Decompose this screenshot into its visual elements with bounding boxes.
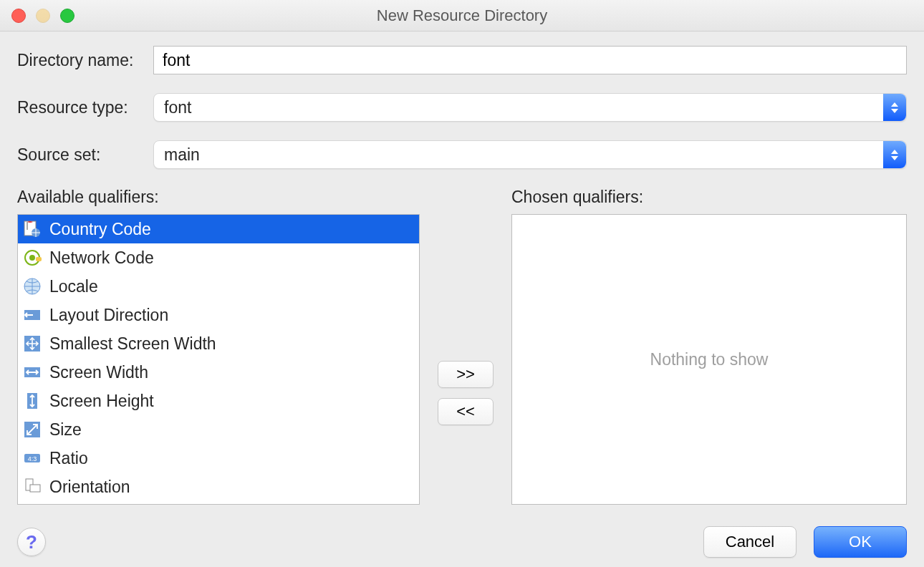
screen-height-icon	[22, 391, 42, 411]
source-set-value: main	[154, 145, 883, 165]
list-item-label: Layout Direction	[49, 306, 168, 325]
list-item[interactable]: Screen Height	[18, 387, 419, 415]
source-set-combo[interactable]: main	[153, 140, 907, 169]
row-source-set: Source set: main	[17, 140, 907, 169]
traffic-lights	[11, 9, 74, 23]
dialog-button-bar: ? Cancel OK	[17, 526, 907, 558]
flag-globe-icon	[22, 219, 42, 239]
cancel-button[interactable]: Cancel	[703, 526, 797, 558]
combo-stepper-icon	[883, 94, 906, 121]
chosen-qualifiers-list[interactable]: Nothing to show	[511, 214, 907, 505]
add-qualifier-button[interactable]: >>	[438, 361, 494, 388]
list-item-label: Locale	[49, 277, 98, 296]
network-icon	[22, 248, 42, 268]
chosen-empty-text: Nothing to show	[650, 350, 769, 369]
list-item[interactable]: Size	[18, 415, 419, 444]
list-item-label: Network Code	[49, 248, 154, 268]
ok-button[interactable]: OK	[814, 526, 907, 558]
list-item-label: Orientation	[49, 478, 130, 497]
remove-qualifier-button[interactable]: <<	[438, 398, 494, 425]
svg-point-3	[29, 255, 35, 261]
move-buttons-column: >> <<	[430, 188, 501, 505]
svg-rect-14	[30, 485, 40, 492]
window-minimize-button	[36, 9, 50, 23]
list-item[interactable]: Orientation	[18, 472, 419, 501]
size-icon	[22, 420, 42, 440]
list-item-label: Smallest Screen Width	[49, 334, 216, 354]
list-item[interactable]: Smallest Screen Width	[18, 329, 419, 358]
list-item-label: Screen Width	[49, 363, 148, 382]
globe-icon	[22, 276, 42, 296]
list-item[interactable]: Layout Direction	[18, 301, 419, 329]
list-item-label: Screen Height	[49, 392, 154, 411]
help-button[interactable]: ?	[17, 528, 46, 556]
list-item[interactable]: Screen Width	[18, 358, 419, 387]
available-qualifiers-list[interactable]: Country CodeNetwork CodeLocaleLayout Dir…	[17, 214, 420, 505]
layout-dir-icon	[22, 305, 42, 325]
list-item-label: Ratio	[49, 449, 88, 468]
dialog-content: Directory name: Resource type: font Sour…	[0, 32, 924, 567]
source-set-label: Source set:	[17, 145, 153, 165]
list-item[interactable]: Network Code	[18, 243, 419, 272]
chosen-qualifiers-column: Chosen qualifiers: Nothing to show	[511, 188, 907, 505]
resource-type-combo[interactable]: font	[153, 93, 907, 122]
directory-name-input[interactable]	[153, 46, 907, 74]
row-directory-name: Directory name:	[17, 46, 907, 74]
qualifiers-area: Available qualifiers: Country CodeNetwor…	[17, 188, 907, 505]
list-item[interactable]: Country Code	[18, 215, 419, 243]
resource-type-label: Resource type:	[17, 98, 153, 117]
smallest-width-icon	[22, 334, 42, 354]
combo-stepper-icon	[883, 141, 906, 168]
chosen-qualifiers-label: Chosen qualifiers:	[511, 188, 907, 207]
ratio-icon: 4:3	[22, 448, 42, 468]
titlebar: New Resource Directory	[0, 0, 924, 32]
available-qualifiers-label: Available qualifiers:	[17, 188, 420, 207]
list-item[interactable]: Locale	[18, 272, 419, 301]
svg-rect-4	[36, 257, 42, 261]
screen-width-icon	[22, 362, 42, 382]
list-item-label: Size	[49, 420, 82, 440]
list-item-label: Country Code	[49, 220, 151, 239]
list-item[interactable]: 4:3Ratio	[18, 444, 419, 472]
window-zoom-button[interactable]	[60, 9, 74, 23]
available-qualifiers-column: Available qualifiers: Country CodeNetwor…	[17, 188, 420, 505]
svg-text:4:3: 4:3	[28, 455, 37, 462]
orientation-icon	[22, 477, 42, 497]
window-title: New Resource Directory	[377, 6, 547, 25]
resource-type-value: font	[154, 98, 883, 117]
row-resource-type: Resource type: font	[17, 93, 907, 122]
window-close-button[interactable]	[11, 9, 26, 23]
directory-name-label: Directory name:	[17, 51, 153, 70]
